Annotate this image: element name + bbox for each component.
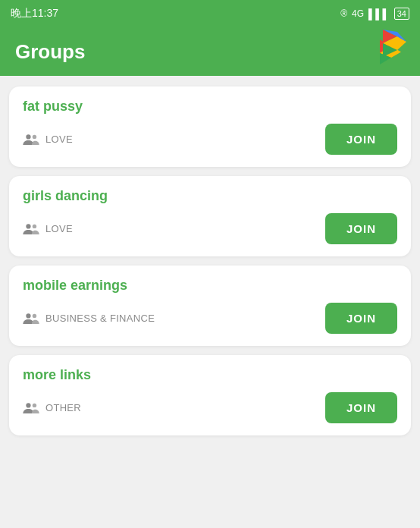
svg-point-3 bbox=[26, 224, 30, 228]
group-name: mobile earnings bbox=[23, 278, 397, 294]
svg-point-1 bbox=[26, 134, 30, 139]
group-card: girls dancing LOVE JOIN bbox=[9, 176, 411, 256]
category-label: BUSINESS & FINANCE bbox=[45, 313, 155, 324]
join-button[interactable]: JOIN bbox=[325, 392, 397, 423]
group-name: more links bbox=[23, 367, 397, 383]
status-bar: 晚上11:37 ® 4G ▌▌▌ 34 bbox=[0, 0, 420, 27]
svg-point-2 bbox=[33, 134, 36, 138]
group-card: fat pussy LOVE JOIN bbox=[9, 86, 411, 167]
svg-point-8 bbox=[33, 403, 36, 407]
group-name: girls dancing bbox=[23, 188, 397, 204]
status-icons: ® 4G ▌▌▌ 34 bbox=[340, 8, 409, 20]
group-meta: LOVE JOIN bbox=[23, 124, 397, 155]
group-card: more links OTHER JOIN bbox=[9, 355, 411, 435]
svg-point-5 bbox=[26, 313, 30, 318]
network-icon: 4G bbox=[352, 8, 364, 19]
group-category: LOVE bbox=[23, 134, 73, 146]
join-button[interactable]: JOIN bbox=[325, 303, 397, 334]
category-label: LOVE bbox=[45, 134, 73, 145]
group-category: OTHER bbox=[23, 402, 81, 414]
group-meta: LOVE JOIN bbox=[23, 213, 397, 244]
registered-icon: ® bbox=[340, 8, 347, 19]
battery-indicator: 34 bbox=[394, 8, 409, 20]
status-time: 晚上11:37 bbox=[11, 7, 58, 20]
join-button[interactable]: JOIN bbox=[325, 124, 397, 155]
group-category: LOVE bbox=[23, 223, 73, 235]
signal-icon: ▌▌▌ bbox=[368, 8, 390, 20]
people-icon bbox=[23, 134, 39, 146]
group-category: BUSINESS & FINANCE bbox=[23, 313, 155, 325]
group-name: fat pussy bbox=[23, 99, 397, 115]
svg-point-6 bbox=[33, 313, 36, 317]
category-label: LOVE bbox=[45, 223, 73, 234]
join-button[interactable]: JOIN bbox=[325, 213, 397, 244]
category-label: OTHER bbox=[45, 402, 81, 413]
page-title: Groups bbox=[15, 40, 85, 64]
people-icon bbox=[23, 402, 39, 414]
groups-list: fat pussy LOVE JOIN girls dancing bbox=[0, 76, 420, 446]
people-icon bbox=[23, 313, 39, 325]
svg-point-4 bbox=[33, 224, 36, 228]
group-meta: OTHER JOIN bbox=[23, 392, 397, 423]
app-header: Groups bbox=[0, 27, 420, 76]
people-icon bbox=[23, 223, 39, 235]
group-card: mobile earnings BUSINESS & FINANCE JOIN bbox=[9, 266, 411, 346]
google-play-icon bbox=[381, 29, 409, 58]
group-meta: BUSINESS & FINANCE JOIN bbox=[23, 303, 397, 334]
svg-point-7 bbox=[26, 403, 30, 407]
